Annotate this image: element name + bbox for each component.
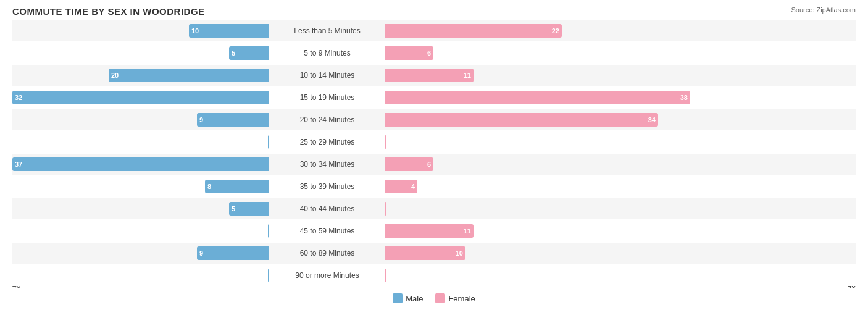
left-section: 9 — [12, 246, 272, 260]
right-section — [383, 269, 716, 282]
female-value-inside: 10 — [453, 250, 465, 257]
legend-female-label: Female — [448, 294, 475, 303]
left-section: 5 — [12, 202, 272, 216]
male-bar: 9 — [197, 246, 269, 260]
male-value-inside: 5 — [229, 49, 238, 57]
left-section: 8 — [12, 180, 272, 193]
male-bar — [268, 269, 269, 282]
female-bar: 38 — [385, 91, 690, 104]
right-section: 6 — [383, 157, 716, 171]
right-section: 10 — [383, 246, 716, 260]
row-label: 30 to 34 Minutes — [272, 160, 383, 169]
male-value-inside: 10 — [189, 27, 201, 35]
row-label: 20 to 24 Minutes — [272, 115, 383, 124]
female-bar: 11 — [385, 69, 474, 82]
female-value-inside: 6 — [425, 161, 433, 168]
female-value-inside: 38 — [678, 94, 690, 101]
row-label: 45 to 59 Minutes — [272, 227, 383, 235]
left-section — [12, 224, 272, 238]
male-bar: 20 — [109, 69, 269, 82]
male-value-inside: 8 — [205, 183, 214, 190]
right-section: 11 — [383, 224, 716, 238]
right-section: 34 — [383, 113, 716, 127]
female-value-inside: 22 — [549, 27, 562, 35]
chart-container: COMMUTE TIME BY SEX IN WOODRIDGE Source:… — [0, 0, 868, 323]
chart-row: 20 10 to 14 Minutes 11 — [12, 65, 856, 86]
chart-row: 10 Less than 5 Minutes 22 — [12, 20, 856, 41]
chart-row: 5 5 to 9 Minutes 6 — [12, 43, 856, 64]
chart-row: 90 or more Minutes — [12, 265, 856, 286]
right-section — [383, 135, 716, 149]
right-section: 6 — [383, 46, 716, 60]
female-bar — [385, 269, 386, 282]
row-label: 5 to 9 Minutes — [272, 49, 383, 57]
chart-area: 10 Less than 5 Minutes 22 5 5 to 9 Minut… — [12, 20, 856, 280]
male-bar: 5 — [229, 46, 269, 60]
row-label: Less than 5 Minutes — [272, 27, 383, 35]
right-section: 22 — [383, 24, 716, 38]
male-value-inside: 20 — [109, 72, 121, 79]
female-value-inside: 11 — [461, 227, 474, 235]
chart-row: 25 to 29 Minutes — [12, 132, 856, 153]
left-section: 37 — [12, 157, 272, 171]
left-section: 10 — [12, 24, 272, 38]
male-bar — [268, 224, 269, 238]
female-value-inside: 4 — [409, 183, 417, 190]
row-label: 35 to 39 Minutes — [272, 182, 383, 191]
male-bar: 10 — [189, 24, 269, 38]
female-bar: 11 — [385, 224, 474, 238]
left-section — [12, 269, 272, 282]
legend-male: Male — [393, 293, 423, 303]
left-section: 5 — [12, 46, 272, 60]
left-section: 9 — [12, 113, 272, 127]
right-section: 11 — [383, 69, 716, 82]
male-value-inside: 9 — [197, 116, 206, 124]
male-value-inside: 9 — [197, 250, 206, 257]
male-value-inside: 37 — [12, 161, 25, 168]
row-label: 10 to 14 Minutes — [272, 71, 383, 80]
chart-row: 37 30 to 34 Minutes 6 — [12, 154, 856, 175]
male-bar: 5 — [229, 202, 269, 216]
chart-row: 5 40 to 44 Minutes — [12, 198, 856, 219]
row-label: 15 to 19 Minutes — [272, 93, 383, 102]
row-label: 40 to 44 Minutes — [272, 204, 383, 213]
male-bar: 32 — [12, 91, 269, 104]
male-bar: 37 — [12, 157, 269, 171]
source-label: Source: ZipAtlas.com — [791, 6, 856, 14]
right-section: 4 — [383, 180, 716, 193]
female-value-inside: 11 — [461, 72, 474, 79]
row-label: 90 or more Minutes — [272, 271, 383, 280]
chart-row: 9 60 to 89 Minutes 10 — [12, 243, 856, 264]
chart-row: 32 15 to 19 Minutes 38 — [12, 87, 856, 108]
chart-row: 9 20 to 24 Minutes 34 — [12, 109, 856, 130]
male-bar: 9 — [197, 113, 269, 127]
row-label: 25 to 29 Minutes — [272, 138, 383, 146]
female-bar: 6 — [385, 157, 433, 171]
chart-title: COMMUTE TIME BY SEX IN WOODRIDGE — [12, 6, 856, 17]
left-section — [12, 135, 272, 149]
female-value-inside: 6 — [425, 49, 433, 57]
male-value-inside: 5 — [229, 205, 238, 212]
row-label: 60 to 89 Minutes — [272, 249, 383, 258]
legend-female-box — [435, 293, 445, 303]
female-bar: 10 — [385, 246, 465, 260]
female-bar: 22 — [385, 24, 562, 38]
female-bar — [385, 135, 386, 149]
chart-row: 45 to 59 Minutes 11 — [12, 220, 856, 241]
male-bar — [268, 135, 269, 149]
left-section: 32 — [12, 91, 272, 104]
female-value-inside: 34 — [646, 116, 658, 124]
female-bar — [385, 202, 386, 216]
female-bar: 6 — [385, 46, 433, 60]
female-bar: 4 — [385, 180, 417, 193]
left-section: 20 — [12, 69, 272, 82]
legend-female: Female — [435, 293, 475, 303]
male-value-inside: 32 — [12, 94, 25, 101]
right-section: 38 — [383, 91, 716, 104]
chart-row: 8 35 to 39 Minutes 4 — [12, 176, 856, 197]
legend-male-label: Male — [406, 294, 423, 303]
legend-male-box — [393, 293, 403, 303]
male-bar: 8 — [205, 180, 269, 193]
right-section — [383, 202, 716, 216]
female-bar: 34 — [385, 113, 658, 127]
